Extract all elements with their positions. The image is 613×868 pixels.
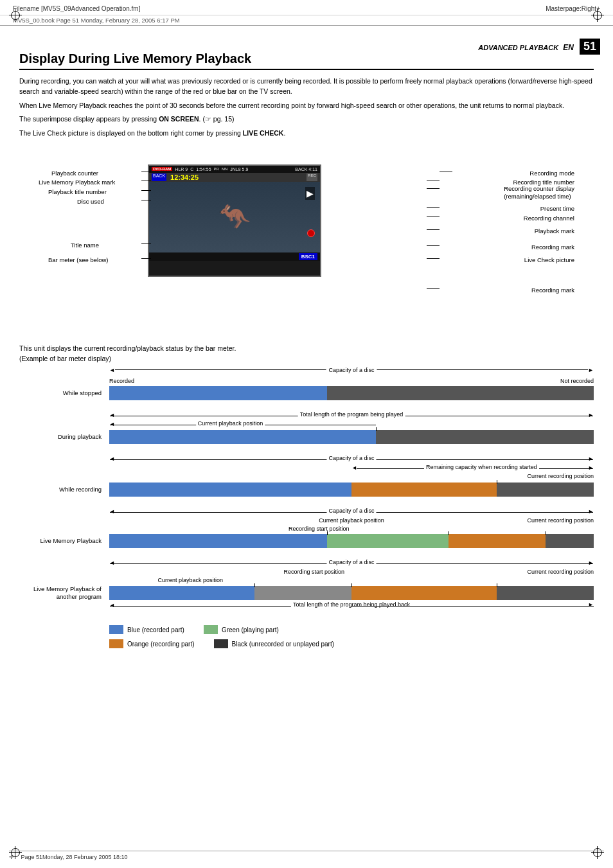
bm-lmp-recstart-label: Recording start position bbox=[109, 526, 594, 534]
ann-recording-mark-1: Recording mark bbox=[531, 244, 574, 251]
ann-title-name: Title name bbox=[71, 242, 99, 249]
legend-green: Green (playing part) bbox=[204, 625, 279, 634]
osd-row1: DVD-RAM HLR 9 C 1:54:55 PR MN JNL8 5.9 B… bbox=[149, 166, 320, 173]
legend-green-label: Green (playing part) bbox=[222, 626, 279, 633]
osd-main-image: 🦘 ▶ bbox=[149, 182, 320, 252]
bm-while-stopped: ◄ Capacity of a disc ► Recorded Not reco… bbox=[19, 365, 594, 400]
bm-stopped-bars bbox=[109, 386, 594, 400]
recording-dot bbox=[307, 229, 315, 237]
main-content: Display During Live Memory Playback Duri… bbox=[0, 39, 613, 661]
bm-lma-bar-row: Live Memory Playback ofanother program bbox=[19, 585, 594, 601]
bm-remaining-capacity-arrow: ◄ ► Remaining capacity when recording st… bbox=[109, 465, 594, 474]
bm-lma-label: Live Memory Playback ofanother program bbox=[19, 585, 109, 601]
legend-blue-label: Blue (recorded part) bbox=[127, 626, 184, 633]
page-footer: ✛ Page 51Monday, 28 February 2005 18:10 bbox=[9, 851, 604, 860]
barmeter-title1: This unit displays the current recording… bbox=[19, 344, 594, 352]
bm-stopped-bar-row: While stopped bbox=[19, 386, 594, 400]
ann-disc-used: Disc used bbox=[77, 198, 104, 205]
bm-playback-pos-arrow: ◄ Current playback position bbox=[109, 421, 594, 430]
bm-recording-label: While recording bbox=[19, 486, 109, 493]
ann-recording-mode: Recording mode bbox=[529, 170, 574, 177]
bm-lmp-bar-row: Live Memory Playback bbox=[19, 534, 594, 548]
osd-screen: DVD-RAM HLR 9 C 1:54:55 PR MN JNL8 5.9 B… bbox=[148, 164, 321, 277]
livecheck-para: The Live Check picture is displayed on t… bbox=[19, 128, 594, 139]
bm-playback-total-arrow: ◄ ► Total length of the program being pl… bbox=[109, 412, 594, 421]
bm-recording-bar-row: While recording bbox=[19, 483, 594, 497]
chapter-header: ADVANCED PLAYBACK EN 51 bbox=[478, 39, 600, 55]
ann-recording-channel: Recording channel bbox=[524, 215, 574, 222]
page-header: Filename [MV5S_09Advanced Operation.fm] … bbox=[0, 0, 613, 15]
bm-lma-total-arrow: ◄ Total length of the program being play… bbox=[109, 602, 594, 615]
barmeter-section: This unit displays the current recording… bbox=[19, 344, 594, 649]
legend-green-box bbox=[204, 625, 218, 634]
legend-blue: Blue (recorded part) bbox=[109, 625, 184, 634]
legend-black: Black (unrecorded or unplayed part) bbox=[214, 639, 335, 648]
bm-lmp-labels: Current playback position Current record… bbox=[109, 517, 594, 526]
bm-lma-capacity-arrow: ◄ ► Capacity of a disc bbox=[109, 560, 594, 569]
onscreen-para: The superimpose display appears by press… bbox=[19, 114, 594, 125]
legend-black-box bbox=[214, 639, 228, 648]
osd-bottom-row: BSC1 bbox=[149, 252, 320, 261]
ann-playback-title-num: Playback title number bbox=[48, 188, 107, 195]
bm-stopped-label: While stopped bbox=[19, 389, 109, 396]
bm-recording-bars bbox=[109, 483, 594, 497]
legend-orange: Orange (recording part) bbox=[109, 639, 195, 648]
bm-lmp-capacity-arrow: ◄ ► Capacity of a disc bbox=[109, 508, 594, 517]
legend-orange-label: Orange (recording part) bbox=[127, 641, 195, 648]
body-para2: When Live Memory Playback reaches the po… bbox=[19, 101, 594, 111]
ann-recording-mark-2: Recording mark bbox=[531, 287, 574, 294]
osd-diagram: DVD-RAM HLR 9 C 1:54:55 PR MN JNL8 5.9 B… bbox=[19, 152, 594, 332]
legend-blue-box bbox=[109, 625, 123, 634]
legend-black-label: Black (unrecorded or unplayed part) bbox=[232, 641, 335, 648]
bm-current-recording-pos-arrow: Current recording position bbox=[109, 474, 594, 483]
bm-stopped-labels: Recorded Not recorded bbox=[109, 376, 594, 386]
barmeter-title2: (Example of bar meter display) bbox=[19, 355, 594, 362]
bm-playback-label: During playback bbox=[19, 433, 109, 440]
page-number: 51 bbox=[580, 39, 600, 55]
footer-crosshair: ✛ bbox=[9, 854, 14, 860]
body-para1: During recording, you can watch at your … bbox=[19, 76, 594, 97]
bm-live-memory-playback: ◄ ► Capacity of a disc Current playback … bbox=[19, 508, 594, 548]
ann-present-time: Present time bbox=[540, 205, 574, 212]
playback-mark-indicator: ▶ bbox=[305, 187, 315, 200]
legend-orange-box bbox=[109, 639, 123, 648]
screen-content-icon: 🦘 bbox=[218, 202, 251, 232]
legend-row: Blue (recorded part) Green (playing part… bbox=[109, 625, 594, 634]
ann-playback-mark: Playback mark bbox=[535, 227, 574, 235]
legend-row-2: Orange (recording part) Black (unrecorde… bbox=[109, 639, 594, 648]
bm-while-recording: ◄ ► Capacity of a disc ◄ ► Remaining cap… bbox=[19, 456, 594, 497]
bm-lma-recstart: Recording start position Current recordi… bbox=[109, 569, 594, 577]
ann-recording-counter: Recording counter display(remaining/elap… bbox=[504, 185, 574, 201]
footer-text: Page 51Monday, 28 February 2005 18:10 bbox=[21, 854, 128, 860]
page-info-label: MV5S_00.book Page 51 Monday, February 28… bbox=[0, 15, 613, 26]
bm-during-playback: ◄ ► Total length of the program being pl… bbox=[19, 412, 594, 444]
filename-label: Filename [MV5S_09Advanced Operation.fm] bbox=[13, 5, 140, 12]
advanced-playback-label: ADVANCED PLAYBACK bbox=[478, 44, 558, 51]
bm-live-memory-another: ◄ ► Capacity of a disc Recording start p… bbox=[19, 560, 594, 616]
ann-playback-counter: Playback counter bbox=[51, 170, 98, 177]
bm-playback-bar-row: During playback bbox=[19, 430, 594, 444]
osd-row2: BACK 12:34:25 REC bbox=[149, 173, 320, 182]
bm-playback-bars bbox=[109, 430, 594, 444]
bm-lma-bars bbox=[109, 586, 594, 600]
bm-lmp-bars bbox=[109, 534, 594, 548]
channel-badge: BSC1 bbox=[299, 253, 317, 260]
corner-crosshair-tr bbox=[591, 9, 604, 22]
bm-capacity-row-1: ◄ Capacity of a disc ► bbox=[109, 365, 594, 375]
bm-recording-capacity-arrow: ◄ ► Capacity of a disc bbox=[109, 456, 594, 465]
bm-lmp-label: Live Memory Playback bbox=[19, 537, 109, 544]
ann-live-memory-mark: Live Memory Playback mark bbox=[39, 179, 115, 186]
corner-crosshair-tl bbox=[9, 9, 22, 22]
ann-live-check-picture: Live Check picture bbox=[524, 256, 574, 263]
en-label: EN bbox=[563, 43, 574, 52]
ann-bar-meter: Bar meter (see below) bbox=[48, 256, 108, 263]
